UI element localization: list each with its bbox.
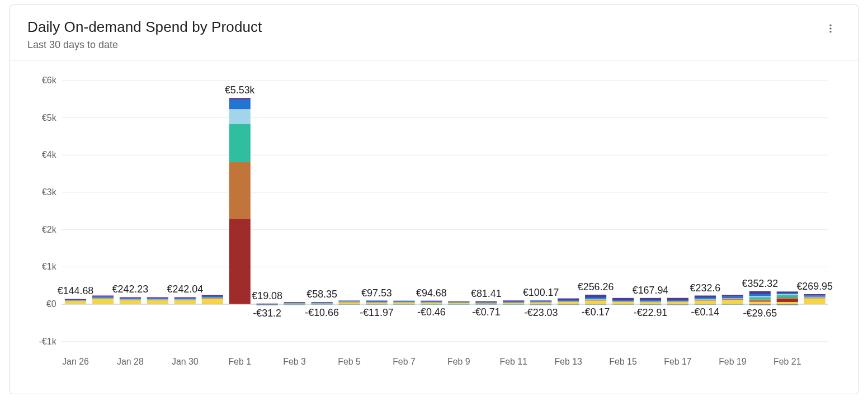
svg-rect-247: [777, 295, 798, 298]
svg-text:€4k: €4k: [42, 150, 56, 159]
svg-rect-236: [749, 300, 771, 301]
svg-rect-245: [777, 299, 798, 302]
svg-rect-41: [120, 298, 141, 299]
svg-rect-228: [722, 299, 743, 300]
svg-rect-19: [65, 301, 86, 304]
svg-rect-65: [202, 295, 223, 296]
svg-text:Feb 19: Feb 19: [719, 357, 747, 366]
svg-rect-141: [448, 302, 469, 303]
svg-rect-87: [284, 303, 305, 303]
svg-rect-222: [695, 298, 716, 299]
svg-rect-187: [585, 295, 606, 298]
svg-text:Feb 21: Feb 21: [773, 357, 801, 366]
svg-text:€167.94: €167.94: [633, 285, 669, 296]
svg-rect-40: [120, 299, 141, 300]
svg-rect-43: [147, 300, 168, 304]
svg-rect-72: [229, 98, 251, 100]
svg-rect-88: [284, 302, 305, 303]
svg-text:Feb 3: Feb 3: [283, 357, 306, 366]
svg-rect-71: [229, 100, 251, 110]
svg-text:€1k: €1k: [42, 262, 56, 271]
svg-text:Jan 26: Jan 26: [62, 357, 89, 366]
svg-rect-220: [695, 299, 716, 300]
svg-rect-64: [202, 296, 223, 298]
svg-rect-132: [421, 301, 442, 302]
svg-rect-232: [722, 295, 743, 296]
svg-rect-204: [640, 300, 661, 301]
svg-rect-216: [667, 305, 688, 305]
svg-rect-199: [640, 302, 661, 304]
svg-rect-241: [749, 291, 771, 294]
svg-text:€242.23: €242.23: [112, 284, 149, 295]
svg-rect-184: [585, 299, 606, 300]
svg-rect-105: [338, 301, 360, 301]
svg-text:Feb 9: Feb 9: [447, 357, 470, 366]
svg-text:Feb 1: Feb 1: [228, 357, 251, 366]
svg-text:Feb 11: Feb 11: [500, 357, 528, 366]
svg-text:-€1k: -€1k: [39, 337, 56, 346]
svg-text:-€31.2: -€31.2: [253, 308, 281, 319]
svg-rect-133: [421, 301, 442, 301]
svg-rect-257: [804, 297, 825, 298]
svg-rect-219: [695, 300, 716, 300]
svg-rect-59: [202, 298, 223, 304]
svg-rect-100: [338, 302, 360, 304]
svg-text:€19.08: €19.08: [252, 290, 282, 301]
svg-text:€242.04: €242.04: [167, 284, 204, 295]
svg-rect-217: [695, 300, 716, 304]
svg-rect-124: [393, 301, 414, 301]
svg-rect-48: [147, 299, 168, 300]
svg-point-2: [829, 31, 831, 32]
svg-rect-42: [120, 297, 141, 298]
svg-rect-253: [804, 298, 825, 304]
svg-text:Feb 17: Feb 17: [664, 357, 692, 366]
svg-text:€352.32: €352.32: [742, 278, 779, 289]
svg-rect-168: [530, 301, 551, 302]
svg-rect-70: [229, 109, 251, 124]
svg-rect-205: [640, 298, 661, 300]
svg-rect-159: [503, 301, 524, 302]
svg-rect-246: [777, 298, 798, 299]
svg-rect-185: [585, 299, 606, 300]
svg-rect-27: [92, 299, 114, 304]
chart-container: -€1k€0€1k€2k€3k€4k€5k€6k€144.68€242.23€2…: [10, 60, 858, 394]
svg-rect-183: [585, 300, 606, 300]
spend-chart-card: Daily On-demand Spend by Product Last 30…: [9, 4, 859, 394]
svg-text:€232.6: €232.6: [690, 282, 721, 294]
card-menu-button[interactable]: [820, 18, 841, 39]
svg-rect-115: [366, 300, 387, 301]
more-vert-icon: [825, 23, 836, 34]
svg-text:-€10.66: -€10.66: [305, 307, 339, 318]
svg-rect-56: [174, 299, 196, 300]
svg-rect-51: [174, 300, 196, 304]
svg-rect-172: [558, 301, 579, 304]
svg-text:Feb 15: Feb 15: [609, 357, 637, 366]
svg-rect-24: [65, 300, 86, 300]
svg-point-0: [829, 25, 831, 26]
svg-rect-196: [612, 298, 634, 300]
svg-rect-169: [530, 300, 551, 301]
svg-rect-207: [640, 305, 661, 305]
svg-rect-67: [229, 219, 251, 304]
svg-rect-208: [667, 301, 688, 304]
svg-rect-240: [749, 294, 771, 296]
svg-rect-97: [311, 302, 332, 303]
svg-text:Feb 5: Feb 5: [338, 357, 361, 366]
svg-rect-171: [530, 305, 551, 305]
svg-rect-25: [65, 299, 86, 300]
svg-text:€5.53k: €5.53k: [225, 84, 255, 96]
svg-text:Jan 30: Jan 30: [172, 357, 199, 366]
svg-rect-239: [749, 296, 771, 297]
svg-text:€81.41: €81.41: [471, 288, 502, 299]
svg-text:-€29.65: -€29.65: [743, 308, 777, 319]
svg-rect-186: [585, 298, 606, 299]
svg-rect-160: [503, 300, 524, 301]
svg-text:€6k: €6k: [42, 75, 56, 85]
svg-rect-34: [92, 295, 114, 296]
svg-rect-57: [174, 298, 196, 299]
svg-rect-66: [202, 295, 223, 295]
svg-text:Jan 28: Jan 28: [117, 357, 144, 366]
svg-rect-238: [749, 297, 771, 299]
svg-rect-58: [174, 297, 196, 298]
svg-rect-118: [393, 303, 414, 304]
